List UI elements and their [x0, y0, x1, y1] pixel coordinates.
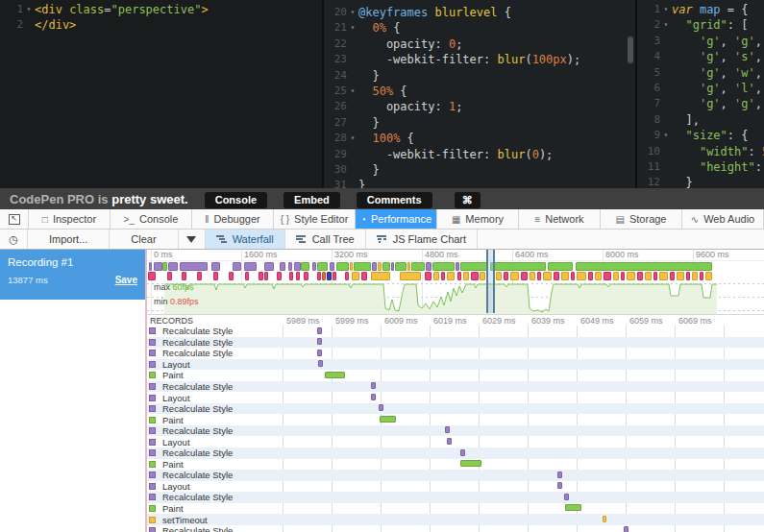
record-row[interactable]: Paint	[147, 459, 764, 471]
clear-button[interactable]: Clear	[110, 230, 178, 249]
codepen-shortcuts-button[interactable]: ⌘	[455, 192, 481, 208]
editor-scrollbar[interactable]	[628, 36, 633, 63]
record-waterfall-bar[interactable]	[603, 516, 606, 522]
record-waterfall-bar[interactable]	[445, 426, 450, 433]
record-row[interactable]: Recalculate Style	[147, 492, 764, 503]
record-row[interactable]: Layout	[147, 436, 764, 447]
fold-arrow-icon[interactable]: ▾	[347, 131, 358, 146]
record-row[interactable]: Recalculate Style	[147, 381, 764, 393]
fold-arrow-icon[interactable]: ▾	[660, 2, 672, 17]
record-waterfall-bar[interactable]	[317, 338, 322, 345]
record-waterfall-bar[interactable]	[317, 350, 322, 356]
record-row[interactable]: Recalculate Style	[147, 348, 764, 359]
code-line[interactable]: 10 "width": 5,	[637, 144, 764, 159]
record-row[interactable]: Recalculate Style	[147, 425, 764, 437]
code-line[interactable]: 2▾ "grid": [	[637, 17, 764, 33]
fold-arrow-icon[interactable]: ▾	[23, 2, 35, 17]
view-tab-calltree[interactable]: Call Tree	[285, 230, 366, 249]
record-row[interactable]: Recalculate Style	[147, 470, 764, 481]
code-line[interactable]: 28▾ 100% {	[324, 131, 635, 146]
import-button[interactable]: Import...	[28, 230, 110, 249]
code-line[interactable]: 5 'g', 'w', 'g	[637, 65, 764, 81]
tab-console[interactable]: >_Console	[111, 209, 192, 229]
fold-arrow-icon[interactable]: ▾	[347, 20, 358, 36]
view-tab-waterfall[interactable]: Waterfall	[206, 230, 285, 249]
code-line[interactable]: 6 'g', 'l', 'g	[637, 81, 764, 96]
tab-inspector[interactable]: □Inspector	[29, 209, 111, 229]
codepen-console-button[interactable]: Console	[205, 192, 267, 208]
record-waterfall-bar[interactable]	[325, 372, 345, 378]
code-line[interactable]: 25▾ 50% {	[324, 84, 635, 99]
record-performance-button[interactable]: ◷	[0, 230, 28, 249]
record-waterfall-bar[interactable]	[371, 382, 376, 389]
code-line[interactable]: 4 'g', 's', 'g	[637, 49, 764, 64]
code-line[interactable]: 21▾ 0% {	[324, 20, 635, 36]
record-waterfall-bar[interactable]	[380, 416, 396, 423]
record-row[interactable]: setTimeout	[147, 514, 764, 525]
record-waterfall-bar[interactable]	[447, 438, 452, 445]
record-row[interactable]: Layout	[147, 359, 764, 371]
record-row[interactable]: Recalculate Style	[147, 337, 764, 349]
timeline-selection-band[interactable]	[486, 250, 495, 313]
codepen-embed-button[interactable]: Embed	[283, 192, 340, 208]
code-line[interactable]: 29 -webkit-filter: blur(0);	[324, 147, 635, 162]
record-row[interactable]: Paint	[147, 503, 764, 515]
code-line[interactable]: 24 }	[324, 68, 635, 84]
tab-storage[interactable]: ▤Storage	[601, 209, 682, 229]
recording-list-item[interactable]: Recording #1 13877 ms Save	[0, 250, 145, 300]
editor-pane-js[interactable]: 1▾var map = {2▾ "grid": [3 'g', 'g', 'g4…	[637, 0, 764, 188]
record-waterfall-bar[interactable]	[317, 327, 322, 334]
overview-ruler[interactable]: 0 ms1600 ms3200 ms4800 ms6400 ms8000 ms9…	[147, 250, 764, 261]
record-waterfall-bar[interactable]	[460, 460, 481, 467]
fps-graph[interactable]: max 60fps min 0.89fps	[147, 280, 764, 315]
record-row[interactable]: Recalculate Style	[147, 326, 764, 337]
code-line[interactable]: 23 -webkit-filter: blur(100px);	[324, 52, 635, 67]
tab-debugger[interactable]: ‖Debugger	[192, 209, 274, 229]
code-line[interactable]: 2</div>	[0, 17, 322, 33]
save-recording-link[interactable]: Save	[115, 275, 137, 285]
record-waterfall-bar[interactable]	[564, 494, 569, 500]
code-line[interactable]: 7 'g', 'g', 'g	[637, 96, 764, 111]
pick-element-button[interactable]: ↖	[0, 209, 29, 229]
code-line[interactable]: 30 }	[324, 162, 635, 178]
record-row[interactable]: Recalculate Style	[147, 447, 764, 459]
record-waterfall-bar[interactable]	[565, 504, 581, 511]
tab-web-audio[interactable]: ∿Web Audio	[682, 209, 764, 229]
code-line[interactable]: 1▾var map = {	[637, 2, 764, 17]
editor-pane-html[interactable]: 1▾<div class="perspective">2</div>	[0, 0, 324, 188]
record-waterfall-bar[interactable]	[371, 394, 376, 400]
code-line[interactable]: 26 opacity: 1;	[324, 99, 635, 114]
code-line[interactable]: 12 }	[637, 175, 764, 188]
fold-arrow-icon[interactable]: ▾	[347, 5, 358, 20]
record-row[interactable]: Paint	[147, 370, 764, 381]
record-waterfall-bar[interactable]	[460, 449, 465, 456]
record-waterfall-bar[interactable]	[557, 472, 562, 478]
view-tab-flame[interactable]: JS Flame Chart	[366, 230, 478, 249]
code-line[interactable]: 9▾ "size": {	[637, 128, 764, 143]
overview-events-row[interactable]	[147, 271, 764, 280]
record-row[interactable]: Layout	[147, 392, 764, 403]
fold-arrow-icon[interactable]: ▾	[347, 84, 358, 99]
fold-arrow-icon[interactable]: ▾	[660, 17, 672, 33]
codepen-comments-button[interactable]: Comments	[357, 192, 432, 208]
overview-markers-row[interactable]	[147, 261, 764, 271]
code-line[interactable]: 31}	[324, 178, 635, 188]
record-row[interactable]: Paint	[147, 414, 764, 425]
fold-arrow-icon[interactable]: ▾	[660, 128, 672, 143]
record-waterfall-bar[interactable]	[379, 404, 383, 411]
record-row[interactable]: Recalculate Style	[147, 403, 764, 415]
editor-pane-css[interactable]: 20▾@keyframes blurlevel {21▾ 0% {22 opac…	[324, 0, 637, 188]
code-line[interactable]: 11 "height": 5	[637, 159, 764, 175]
record-waterfall-bar[interactable]	[318, 360, 323, 367]
tab-style-editor[interactable]: { }Style Editor	[274, 209, 356, 229]
record-waterfall-bar[interactable]	[624, 526, 628, 532]
code-line[interactable]: 20▾@keyframes blurlevel {	[324, 5, 635, 20]
code-line[interactable]: 8 ],	[637, 112, 764, 128]
code-line[interactable]: 1▾<div class="perspective">	[0, 2, 322, 17]
record-waterfall-bar[interactable]	[557, 482, 562, 489]
filter-button[interactable]	[179, 230, 206, 249]
record-row[interactable]: Recalculate Style	[147, 525, 764, 532]
tab-performance[interactable]: ◔Performance	[356, 209, 437, 229]
code-line[interactable]: 3 'g', 'g', 'g	[637, 34, 764, 49]
code-line[interactable]: 22 opacity: 0;	[324, 36, 635, 52]
